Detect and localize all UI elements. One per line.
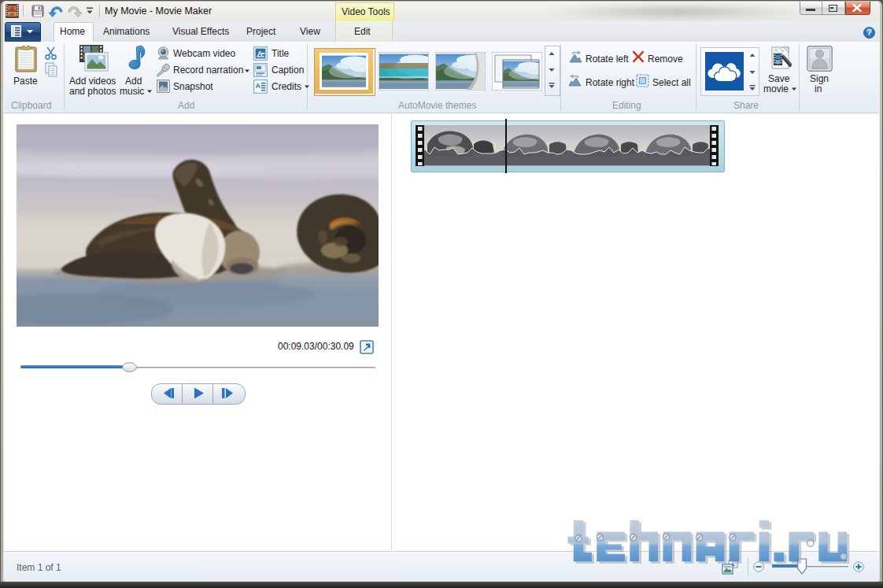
svg-text:A: A	[256, 82, 261, 90]
svg-text:?: ?	[866, 28, 871, 37]
